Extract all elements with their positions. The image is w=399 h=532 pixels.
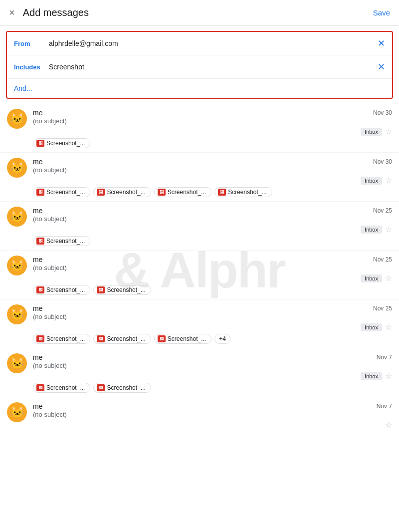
- attachment-file-icon: 🖼: [36, 140, 44, 147]
- email-subject: (no subject): [33, 411, 392, 418]
- email-subject: (no subject): [33, 117, 392, 125]
- email-item[interactable]: 🐱meNov 25(no subject)Inbox☆🖼Screenshot_.…: [0, 251, 399, 299]
- badge-row: Inbox☆: [33, 273, 392, 283]
- inbox-badge: Inbox: [361, 323, 382, 331]
- attachment-label: Screenshot_...: [46, 286, 85, 293]
- inbox-badge: Inbox: [361, 372, 382, 380]
- badge-row: Inbox☆: [33, 371, 392, 381]
- avatar: 🐱: [7, 402, 27, 422]
- email-list: 🐱meNov 30(no subject)Inbox☆🖼Screenshot_.…: [0, 104, 399, 436]
- attachment-file-icon: 🖼: [36, 238, 44, 245]
- email-subject: (no subject): [33, 166, 392, 174]
- star-icon[interactable]: ☆: [385, 176, 392, 185]
- star-icon[interactable]: ☆: [385, 127, 392, 136]
- from-clear-icon[interactable]: ✕: [378, 38, 385, 49]
- email-subject: (no subject): [33, 362, 392, 369]
- save-button[interactable]: Save: [373, 8, 390, 17]
- email-top-row: meNov 25: [33, 256, 392, 264]
- email-tags-row: 🖼Screenshot_...🖼Screenshot_...: [33, 285, 392, 295]
- attachment-file-icon: 🖼: [36, 189, 44, 196]
- star-icon[interactable]: ☆: [385, 225, 392, 234]
- inbox-badge: Inbox: [361, 274, 382, 282]
- attachment-chip: 🖼Screenshot_...: [154, 187, 211, 197]
- attachment-label: Screenshot_...: [46, 384, 85, 391]
- email-content: meNov 7(no subject)Inbox☆🖼Screenshot_...…: [33, 353, 392, 393]
- from-label: From: [14, 40, 49, 47]
- star-icon[interactable]: ☆: [385, 371, 392, 381]
- attachment-label: Screenshot_...: [46, 335, 85, 342]
- badge-row: Inbox☆: [33, 322, 392, 332]
- attachment-file-icon: 🖼: [158, 335, 166, 342]
- avatar: 🐱: [7, 353, 27, 373]
- email-tags-row: 🖼Screenshot_...🖼Screenshot_...🖼Screensho…: [33, 334, 392, 344]
- email-date: Nov 30: [373, 158, 392, 165]
- attachment-chip: 🖼Screenshot_...: [93, 285, 151, 295]
- attachment-chip: 🖼Screenshot_...: [33, 334, 90, 344]
- page-title: Add messages: [23, 7, 89, 18]
- star-icon[interactable]: ☆: [385, 322, 392, 332]
- email-sender: me: [33, 256, 42, 264]
- header: × Add messages Save: [0, 0, 399, 26]
- avatar: 🐱: [7, 256, 27, 275]
- attachment-chip: 🖼Screenshot_...: [33, 138, 90, 148]
- attachment-file-icon: 🖼: [36, 286, 44, 293]
- email-top-row: meNov 30: [33, 158, 392, 166]
- email-date: Nov 25: [373, 305, 392, 312]
- from-value: alphrdelle@gmail.com: [49, 39, 378, 47]
- badge-row: ☆: [33, 420, 392, 430]
- attachment-chip: 🖼Screenshot_...: [154, 334, 211, 344]
- email-sender: me: [33, 158, 42, 166]
- email-top-row: meNov 25: [33, 304, 392, 312]
- includes-filter-row: Includes Screenshot ✕: [7, 55, 392, 79]
- avatar: 🐱: [7, 158, 27, 178]
- email-content: meNov 25(no subject)Inbox☆🖼Screenshot_..…: [33, 207, 392, 246]
- email-item[interactable]: 🐱meNov 7(no subject)☆: [0, 397, 399, 436]
- email-date: Nov 30: [373, 109, 392, 116]
- star-icon[interactable]: ☆: [385, 273, 392, 283]
- attachment-file-icon: 🖼: [158, 189, 166, 196]
- close-icon[interactable]: ×: [9, 7, 15, 18]
- attachment-file-icon: 🖼: [218, 189, 226, 196]
- inbox-badge: Inbox: [361, 226, 382, 234]
- email-subject: (no subject): [33, 215, 392, 223]
- email-sender: me: [33, 109, 42, 117]
- email-date: Nov 7: [377, 403, 392, 410]
- attachment-label: Screenshot_...: [107, 286, 145, 293]
- email-top-row: meNov 30: [33, 109, 392, 117]
- attachment-chip: 🖼Screenshot_...: [93, 334, 151, 344]
- email-subject: (no subject): [33, 313, 392, 320]
- email-tags-row: 🖼Screenshot_...🖼Screenshot_...: [33, 383, 392, 393]
- email-content: meNov 7(no subject)☆: [33, 402, 392, 432]
- and-row: And...: [7, 79, 392, 98]
- email-date: Nov 25: [373, 207, 392, 214]
- email-item[interactable]: 🐱meNov 25(no subject)Inbox☆🖼Screenshot_.…: [0, 299, 399, 348]
- email-item[interactable]: 🐱meNov 30(no subject)Inbox☆🖼Screenshot_.…: [0, 104, 399, 153]
- attachment-label: Screenshot_...: [46, 189, 85, 196]
- email-sender: me: [33, 402, 42, 410]
- inbox-badge: Inbox: [361, 177, 382, 185]
- and-link[interactable]: And...: [14, 84, 32, 92]
- email-subject: (no subject): [33, 264, 392, 271]
- attachment-label: Screenshot_...: [107, 384, 145, 391]
- includes-clear-icon[interactable]: ✕: [378, 61, 385, 72]
- attachment-chip: 🖼Screenshot_...: [33, 187, 90, 197]
- attachment-file-icon: 🖼: [97, 384, 105, 391]
- email-item[interactable]: 🐱meNov 30(no subject)Inbox☆🖼Screenshot_.…: [0, 153, 399, 202]
- star-icon[interactable]: ☆: [385, 420, 392, 430]
- attachment-file-icon: 🖼: [36, 335, 44, 342]
- attachment-label: Screenshot_...: [168, 189, 206, 196]
- attachment-extra-badge: +4: [214, 334, 230, 344]
- attachment-chip: 🖼Screenshot_...: [33, 383, 90, 393]
- inbox-badge: Inbox: [361, 128, 382, 136]
- badge-row: Inbox☆: [33, 127, 392, 136]
- avatar: 🐱: [7, 304, 27, 324]
- email-tags-row: 🖼Screenshot_...: [33, 236, 392, 246]
- email-top-row: meNov 7: [33, 353, 392, 361]
- badge-row: Inbox☆: [33, 176, 392, 185]
- email-item[interactable]: 🐱meNov 7(no subject)Inbox☆🖼Screenshot_..…: [0, 348, 399, 397]
- attachment-file-icon: 🖼: [97, 335, 105, 342]
- email-item[interactable]: 🐱meNov 25(no subject)Inbox☆🖼Screenshot_.…: [0, 202, 399, 251]
- attachment-chip: 🖼Screenshot_...: [93, 187, 151, 197]
- attachment-file-icon: 🖼: [97, 286, 105, 293]
- filter-box: From alphrdelle@gmail.com ✕ Includes Scr…: [6, 31, 393, 99]
